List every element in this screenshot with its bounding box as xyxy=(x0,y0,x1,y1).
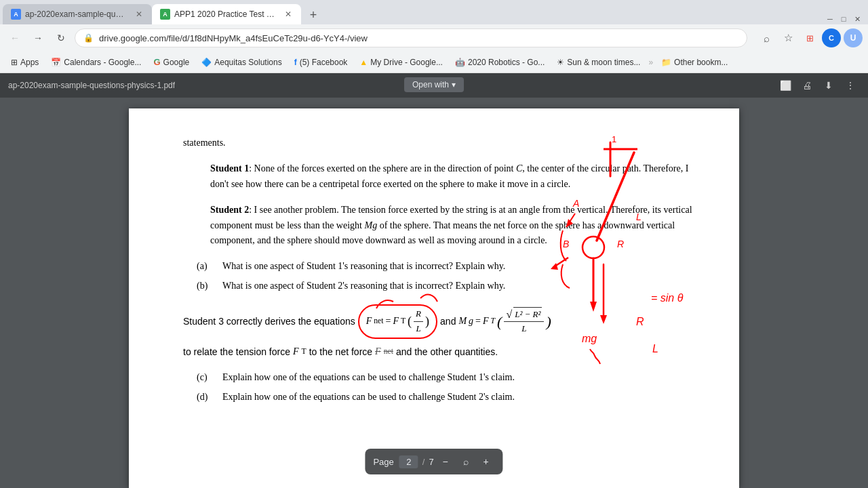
more-options-button[interactable]: ⋮ xyxy=(841,76,860,95)
tab-1[interactable]: A ap-2020exam-sample-question... ✕ xyxy=(3,4,152,24)
bookmark-otherbookmarks[interactable]: 📁 Other bookm... xyxy=(656,56,733,69)
student3-mid: and xyxy=(440,314,456,329)
aequitas-icon: 🔷 xyxy=(201,58,212,67)
address-text: drive.google.com/file/d/1f8dNHpyMk_a4fsE… xyxy=(99,33,738,43)
reload-button[interactable]: ↻ xyxy=(52,28,71,47)
qd-letter: (d) xyxy=(197,390,217,405)
lock-icon: 🔒 xyxy=(83,33,94,43)
download-button[interactable]: ⬇ xyxy=(819,76,838,95)
apps-label: Apps xyxy=(20,58,39,67)
student3-suffix: to relate the tension force xyxy=(183,344,290,359)
new-tab-button[interactable]: + xyxy=(304,5,323,24)
calendars-label: Calendars - Google... xyxy=(64,58,141,67)
student1-label: Student 1 xyxy=(210,163,249,174)
google-apps-button[interactable]: ⊞ xyxy=(800,28,819,47)
page-input[interactable] xyxy=(399,455,418,468)
student2-block: Student 2: I see another problem. The te… xyxy=(183,203,698,248)
bookmark-facebook[interactable]: f (5) Facebook xyxy=(289,56,353,69)
pdf-toolbar: ap-2020exam-sample-questions-physics-1.p… xyxy=(0,73,868,98)
tab2-close[interactable]: ✕ xyxy=(283,9,293,20)
calendars-icon: 📅 xyxy=(51,58,61,67)
tab1-title: ap-2020exam-sample-question... xyxy=(25,9,127,19)
present-button[interactable]: ⬜ xyxy=(776,76,795,95)
student3-end: to the net force xyxy=(309,344,372,359)
bookmarks-bar: ⊞ Apps 📅 Calendars - Google... G Google … xyxy=(0,52,868,73)
page-separator: / xyxy=(422,457,425,467)
equation2: Mg = FT ( √L² − R² L ) xyxy=(458,307,551,337)
qc-text: Explain how one of the equations can be … xyxy=(222,370,515,385)
address-bar-row: ← → ↻ 🔒 drive.google.com/file/d/1f8dNHpy… xyxy=(0,24,868,52)
bookmark-apps[interactable]: ⊞ Apps xyxy=(5,56,44,69)
forward-button[interactable]: → xyxy=(28,28,47,47)
student1-text: : None of the forces exerted on the sphe… xyxy=(249,163,516,174)
zoom-in-button[interactable]: + xyxy=(477,453,495,470)
equation1: Fnet = FT ( R L ) xyxy=(358,304,437,339)
tab-2[interactable]: A APP1 2020 Practice Test solution... ✕ xyxy=(152,4,301,24)
close-button[interactable]: ✕ xyxy=(852,14,863,24)
page-total: 7 xyxy=(429,457,433,467)
mydrive-label: My Drive - Google... xyxy=(370,58,443,67)
qb-letter: (b) xyxy=(197,279,217,293)
open-with-label: Open with xyxy=(412,80,449,89)
toolbar-icons: ⌕ ☆ ⊞ C U xyxy=(757,28,863,47)
bookmark-star-button[interactable]: ☆ xyxy=(778,28,797,47)
minimize-button[interactable]: ─ xyxy=(825,14,835,24)
google-label: Google xyxy=(163,58,190,67)
aequitas-label: Aequitas Solutions xyxy=(214,58,281,67)
student3-end2: and the other quantities. xyxy=(396,344,498,359)
otherbookmarks-label: Other bookm... xyxy=(674,58,728,67)
tab1-close[interactable]: ✕ xyxy=(134,9,144,20)
open-with-chevron: ▾ xyxy=(452,80,456,89)
tabs-bar: A ap-2020exam-sample-question... ✕ A APP… xyxy=(0,0,868,24)
tab1-favicon: A xyxy=(11,9,21,20)
bookmark-aequitas[interactable]: 🔷 Aequitas Solutions xyxy=(196,56,287,69)
pdf-page: statements. Student 1: None of the force… xyxy=(129,108,739,488)
robotics-label: 2020 Robotics - Go... xyxy=(468,58,545,67)
bookmark-calendars[interactable]: 📅 Calendars - Google... xyxy=(45,56,146,69)
student2-Mg: Mg xyxy=(364,220,377,230)
qb-text: What is one aspect of Student 2's reason… xyxy=(222,279,505,293)
svg-text:= sin θ: = sin θ xyxy=(651,292,684,304)
sunmoon-icon: ☀ xyxy=(557,58,564,67)
back-button[interactable]: ← xyxy=(5,28,24,47)
bookmark-mydrive[interactable]: ▲ My Drive - Google... xyxy=(354,56,448,69)
question-b: (b) What is one aspect of Student 2's re… xyxy=(197,279,698,293)
bookmark-robotics[interactable]: 🤖 2020 Robotics - Go... xyxy=(450,56,550,69)
qa-letter: (a) xyxy=(197,259,217,274)
question-list-ab: (a) What is one aspect of Student 1's re… xyxy=(183,259,698,293)
bookmark-sunmoon[interactable]: ☀ Sun & moon times... xyxy=(551,56,646,69)
search-button[interactable]: ⌕ xyxy=(757,28,776,47)
question-c: (c) Explain how one of the equations can… xyxy=(197,370,698,385)
apps-icon: ⊞ xyxy=(11,58,18,67)
print-button[interactable]: 🖨 xyxy=(797,76,816,95)
page-label: Page xyxy=(373,457,393,467)
student1-block: Student 1: None of the forces exerted on… xyxy=(183,161,698,192)
zoom-out-button[interactable]: − xyxy=(437,453,454,470)
zoom-fit-button[interactable]: ⌕ xyxy=(457,453,475,470)
folder-icon: 📁 xyxy=(661,58,671,67)
page-controls: Page / 7 − ⌕ + xyxy=(365,449,502,474)
pdf-filename: ap-2020exam-sample-questions-physics-1.p… xyxy=(8,81,175,90)
qd-text: Explain how one of the equations can be … xyxy=(222,390,515,405)
question-list-cd: (c) Explain how one of the equations can… xyxy=(183,370,698,405)
question-a: (a) What is one aspect of Student 1's re… xyxy=(197,259,698,274)
student1-C: C xyxy=(516,163,522,174)
robotics-icon: 🤖 xyxy=(455,58,465,67)
open-with-button[interactable]: Open with ▾ xyxy=(404,77,464,92)
maximize-button[interactable]: □ xyxy=(838,14,849,24)
equation-section: Student 3 correctly derives the equation… xyxy=(183,304,698,359)
sunmoon-label: Sun & moon times... xyxy=(567,58,640,67)
bookmark-google[interactable]: G Google xyxy=(148,55,195,69)
facebook-label: (5) Facebook xyxy=(300,58,348,67)
qa-text: What is one aspect of Student 1's reason… xyxy=(222,259,505,274)
address-bar[interactable]: 🔒 drive.google.com/file/d/1f8dNHpyMk_a4f… xyxy=(75,28,747,47)
tab2-title: APP1 2020 Practice Test solution... xyxy=(174,9,276,19)
student3-intro: Student 3 correctly derives the equation… xyxy=(183,314,355,329)
question-d: (d) Explain how one of the equations can… xyxy=(197,390,698,405)
mydrive-icon: ▲ xyxy=(359,58,368,67)
profile-avatar[interactable]: U xyxy=(844,28,863,47)
pdf-viewer: ap-2020exam-sample-questions-physics-1.p… xyxy=(0,73,868,488)
truncated-statements: statements. xyxy=(183,136,698,150)
extension-button[interactable]: C xyxy=(822,28,841,47)
student2-label: Student 2 xyxy=(210,205,249,215)
